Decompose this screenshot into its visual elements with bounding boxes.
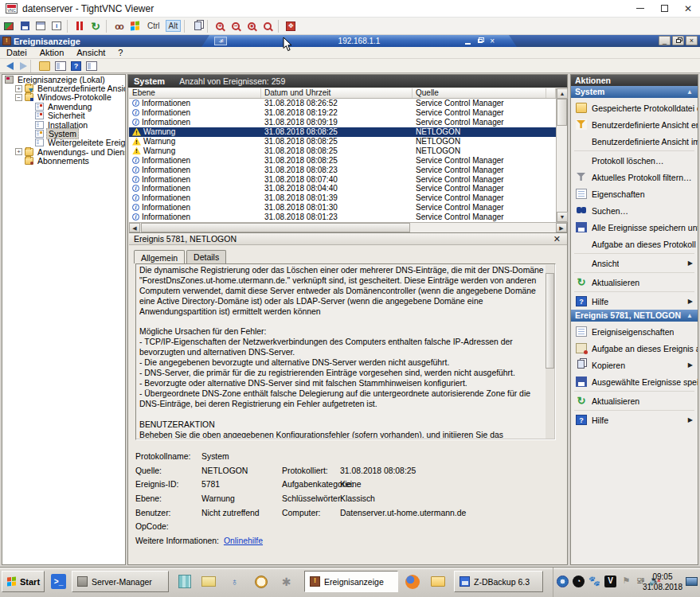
vnc-tray-icon[interactable] [557,576,569,587]
taskbar-clock[interactable]: 09:05 31.08.2018 [643,572,682,592]
rdp-minimize-button[interactable] [465,38,471,45]
action-aktuelles-protokoll-filtern[interactable]: Aktuelles Protokoll filtern… [571,169,698,185]
action-kopieren[interactable]: Kopieren▶ [571,357,698,373]
action-ansicht[interactable]: Ansicht▶ [571,255,698,271]
show-hide-tree-icon[interactable] [55,61,66,71]
event-row[interactable]: !Warnung31.08.2018 08:08:25NETLOGON [129,146,556,155]
firefox-icon[interactable] [405,574,420,589]
menu-item-help[interactable]: ? [111,48,129,57]
file-transfer-icon[interactable] [190,19,204,33]
event-viewer-taskbar-button[interactable]: Ereignisanzeige [304,571,398,592]
event-row[interactable]: iInformationen31.08.2018 08:08:25Service… [129,155,556,165]
tab-allgemein[interactable]: Allgemein [134,250,185,263]
v-tray-icon[interactable]: V [604,576,616,587]
action-hilfe[interactable]: ?Hilfe▶ [571,293,698,310]
vscroll-thumb[interactable] [557,99,567,126]
action-gespeicherte-protokolldatei-öffnen[interactable]: Gespeicherte Protokolldatei öffnen… [571,100,698,116]
action-aufgabe-an-dieses-protokoll-anfüge[interactable]: Aufgabe an dieses Protokoll anfüge… [571,236,698,252]
vnc-close-button[interactable]: ✕ [676,0,700,17]
antivirus-tray-icon[interactable] [573,576,585,587]
task-scheduler-icon[interactable] [253,574,268,589]
action-ausgewählte-ereignisse-speichern[interactable]: Ausgewählte Ereignisse speichern… [571,373,698,390]
vnc-minimize-button[interactable] [628,0,652,17]
pause-icon[interactable] [72,19,87,33]
tab-details[interactable]: Details [186,250,226,263]
column-header-quelle[interactable]: Quelle [413,88,546,98]
save-session-icon[interactable] [18,19,32,33]
tree-item-abonnements[interactable]: Abonnements [2,157,125,166]
zdbackup-taskbar-button[interactable]: Z-DBackup 6.3 [454,571,543,592]
expand-icon[interactable]: + [15,148,22,155]
new-connection-icon[interactable] [2,19,16,33]
action-aufgabe-an-dieses-ereignis-anfüge[interactable]: Aufgabe an dieses Ereignis anfüge… [571,340,698,357]
online-help-link[interactable]: Onlinehilfe [224,537,304,545]
collapse-section-icon[interactable]: ▲ [686,86,693,98]
tree-item-sicherheit[interactable]: Sicherheit [2,111,125,120]
file-explorer-icon[interactable] [430,574,445,589]
menu-item-datei[interactable]: Datei [0,48,33,57]
rdp-close-button[interactable]: × [490,36,495,46]
action-benutzerdefinierte-ansicht-erstelle[interactable]: Benutzerdefinierte Ansicht erstelle… [571,116,698,133]
description-scrollbar[interactable] [546,265,554,439]
column-header-ebene[interactable]: Ebene [129,88,261,98]
column-header-datum[interactable]: Datum und Uhrzeit [261,88,413,98]
connection-options-icon[interactable] [33,19,48,33]
help-icon[interactable]: ? [71,61,81,71]
ev-close-button[interactable]: × [686,36,698,45]
start-button[interactable]: Start [2,571,45,592]
tree-item-benutzerdefinierte-ansichten[interactable]: +Benutzerdefinierte Ansichten [2,84,125,92]
event-list-hscrollbar[interactable]: ◀ ▶ [129,222,567,232]
collapse-icon[interactable]: − [15,94,22,101]
action-protokoll-löschen[interactable]: Protokoll löschen… [571,152,698,169]
event-row[interactable]: iInformationen31.08.2018 08:07:40Service… [129,174,556,184]
show-hide-actionpane-icon[interactable] [86,61,97,71]
ctrl-key-button[interactable]: Ctrl [144,20,163,32]
event-row[interactable]: iInformationen31.08.2018 08:09:19Service… [129,118,556,127]
zoom-100-icon[interactable]: ● [244,19,259,33]
tree-item-anwendungs-und-dienstprotokolle[interactable]: +Anwendungs- und Dienstprotokolle [2,147,125,156]
network-tree-icon[interactable]: ♁ [227,574,242,589]
ev-restore-button[interactable] [672,36,684,45]
action-alle-ereignisse-speichern-unter[interactable]: Alle Ereignisse speichern unter… [571,219,698,236]
action-eigenschaften[interactable]: Eigenschaften [571,185,698,202]
computer-management-icon[interactable] [177,574,192,589]
show-desktop-icon[interactable] [686,577,698,586]
vnc-maximize-button[interactable] [652,0,676,17]
event-row[interactable]: iInformationen31.08.2018 08:19:22Service… [129,108,556,118]
actions-section-header[interactable]: Ereignis 5781, NETLOGON▲ [571,310,698,322]
powershell-icon[interactable]: >_ [51,574,66,589]
menu-item-ansicht[interactable]: Ansicht [70,48,111,57]
event-row[interactable]: iInformationen31.08.2018 08:01:39Service… [129,193,556,203]
connection-info-icon[interactable]: i [49,19,64,33]
event-list-vscrollbar[interactable]: ▲ ▼ [556,88,567,222]
tree-item-anwendung[interactable]: Anwendung [2,102,125,111]
action-hilfe[interactable]: ?Hilfe▶ [571,412,698,428]
action-aktualisieren[interactable]: ↻Aktualisieren [571,392,698,409]
services-gears-icon[interactable]: ✱ [279,574,294,589]
action-suchen[interactable]: Suchen… [571,202,698,219]
flag-tray-icon[interactable]: ⚑ [620,576,632,587]
event-row[interactable]: !Warnung31.08.2018 08:08:25NETLOGON [129,137,556,146]
hscroll-thumb[interactable] [141,223,410,232]
alt-key-button[interactable]: Alt [166,20,182,32]
collapse-section-icon[interactable]: ▲ [686,310,693,322]
zoom-in-icon[interactable]: + [213,19,227,33]
scroll-up-icon[interactable]: ▲ [557,88,568,99]
action-benutzerdefinierte-ansicht-importie[interactable]: Benutzerdefinierte Ansicht importie… [571,133,698,150]
windows-key-icon[interactable] [127,19,142,33]
action-ereigniseigenschaften[interactable]: Ereigniseigenschaften [571,323,698,340]
ctrl-alt-del-icon[interactable]: oo [111,19,126,33]
scroll-right-icon[interactable]: ▶ [556,223,567,232]
action-aktualisieren[interactable]: ↻Aktualisieren [571,274,698,291]
actions-section-header[interactable]: System▲ [571,86,698,98]
zoom-out-icon[interactable]: − [229,19,243,33]
fullscreen-icon[interactable]: ✥ [284,19,298,33]
zoom-fit-icon[interactable] [260,19,275,33]
event-row[interactable]: iInformationen31.08.2018 08:01:23Service… [129,213,556,222]
event-row[interactable]: iInformationen31.08.2018 08:08:23Service… [129,165,556,174]
ev-minimize-button[interactable]: _ [659,36,671,45]
scroll-left-icon[interactable]: ◀ [129,223,140,232]
paw-tray-icon[interactable]: 🐾 [589,576,600,587]
expand-icon[interactable]: + [15,85,22,92]
scroll-down-icon[interactable]: ▼ [557,212,568,222]
